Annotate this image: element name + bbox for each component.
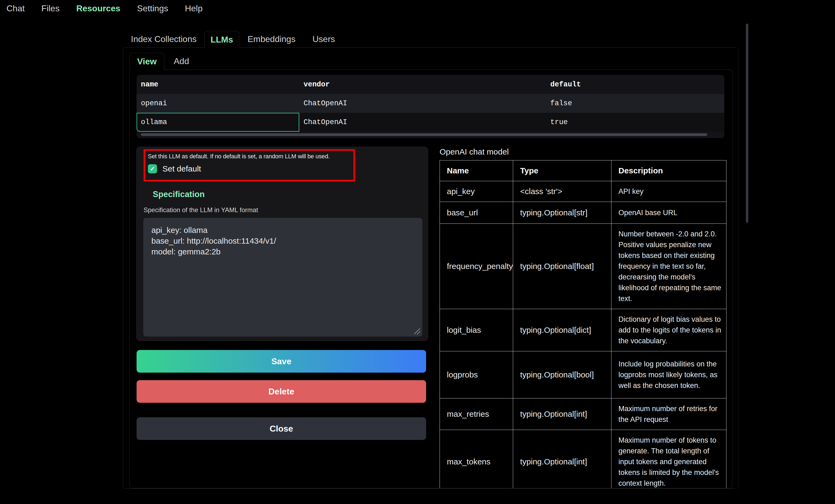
nav-item-settings[interactable]: Settings (137, 3, 168, 14)
model-schema-title: OpenAI chat model (440, 147, 509, 156)
specification-heading: Specification (153, 190, 205, 199)
schema-header-row: Name Type Description (440, 161, 727, 181)
schema-col-name: Name (440, 161, 513, 181)
cell-name[interactable]: openai (137, 99, 299, 107)
llm-col-default: default (546, 81, 724, 89)
param-name: frequency_penalty (440, 224, 513, 309)
param-type: <class 'str'> (513, 181, 611, 202)
table-row: api_key <class 'str'> API key (440, 181, 727, 202)
param-description: Maximum number of retries for the API re… (611, 398, 727, 430)
param-type: typing.Optional[int] (513, 430, 611, 489)
cell-vendor[interactable]: ChatOpenAI (299, 118, 546, 126)
textarea-resize-handle[interactable] (414, 329, 420, 334)
param-description: Number between -2.0 and 2.0. Positive va… (611, 224, 727, 309)
top-nav: Chat Files Resources Settings Help (0, 0, 835, 17)
set-default-checkbox[interactable]: ✓ (148, 164, 157, 173)
subtab-add[interactable]: Add (174, 53, 189, 70)
llm-col-vendor: vendor (299, 81, 546, 89)
nav-item-chat[interactable]: Chat (6, 3, 25, 14)
param-name: api_key (440, 181, 513, 202)
param-type: typing.Optional[dict] (513, 309, 611, 351)
table-row: base_url typing.Optional[str] OpenAI bas… (440, 202, 727, 224)
llm-col-name: name (137, 81, 299, 89)
cell-default[interactable]: true (546, 118, 724, 126)
param-description: OpenAI base URL (611, 202, 727, 224)
param-description: API key (611, 181, 727, 202)
llm-edit-panel: Set this LLM as default. If no default i… (136, 146, 428, 341)
set-default-checkbox-row[interactable]: ✓ Set default (148, 164, 351, 173)
param-type: typing.Optional[str] (513, 202, 611, 224)
set-default-label: Set default (162, 164, 201, 173)
subtab-view[interactable]: View (129, 53, 164, 70)
param-name: max_retries (440, 398, 513, 430)
subtab-view-label: View (137, 57, 157, 66)
param-name: logprobs (440, 351, 513, 398)
param-name: logit_bias (440, 309, 513, 351)
tab-users[interactable]: Users (312, 31, 335, 47)
tab-llms[interactable]: LLMs (204, 31, 239, 48)
close-button[interactable]: Close (137, 417, 426, 440)
table-row: frequency_penalty typing.Optional[float]… (440, 224, 727, 309)
param-name: base_url (440, 202, 513, 224)
param-type: typing.Optional[int] (513, 398, 611, 430)
table-row-openai[interactable]: openai ChatOpenAI false (137, 94, 724, 113)
tab-embeddings[interactable]: Embeddings (247, 31, 296, 47)
tab-llms-label: LLMs (211, 35, 233, 45)
cell-name-selected[interactable]: ollama (137, 118, 299, 126)
specification-sublabel: Specification of the LLM in YAML format (144, 206, 258, 214)
param-description: Include log probabilities on the logprob… (611, 351, 727, 398)
schema-col-type: Type (513, 161, 611, 181)
yaml-spec-textarea[interactable]: api_key: ollama base_url: http://localho… (143, 218, 422, 337)
model-schema-table: Name Type Description api_key <class 'st… (440, 160, 727, 488)
annotation-red-box: Set this LLM as default. If no default i… (144, 149, 355, 182)
resources-tabbar: Index Collections LLMs Embeddings Users (123, 31, 738, 47)
schema-col-description: Description (611, 161, 727, 181)
nav-item-files[interactable]: Files (41, 3, 60, 14)
set-default-help-text: Set this LLM as default. If no default i… (148, 153, 351, 160)
horizontal-scrollbar[interactable] (141, 133, 707, 136)
cell-default[interactable]: false (546, 99, 724, 107)
llm-table-header: name vendor default (137, 75, 724, 94)
delete-button[interactable]: Delete (137, 380, 426, 403)
table-row: max_retries typing.Optional[int] Maximum… (440, 398, 727, 430)
table-row: max_tokens typing.Optional[int] Maximum … (440, 430, 727, 489)
table-row-ollama[interactable]: ollama ChatOpenAI true (137, 113, 724, 132)
nav-item-resources[interactable]: Resources (76, 3, 120, 14)
llms-tab-panel: View Add name vendor default openai Chat… (123, 47, 738, 489)
llm-list-table: name vendor default openai ChatOpenAI fa… (137, 75, 724, 138)
vertical-scrollbar[interactable] (746, 24, 748, 223)
nav-item-help[interactable]: Help (185, 3, 203, 14)
save-button[interactable]: Save (137, 350, 426, 373)
param-description: Maximum number of tokens to generate. Th… (611, 430, 727, 489)
resources-page: Index Collections LLMs Embeddings Users … (123, 31, 738, 489)
table-row: logprobs typing.Optional[bool] Include l… (440, 351, 727, 398)
param-type: typing.Optional[float] (513, 224, 611, 309)
cell-vendor[interactable]: ChatOpenAI (299, 99, 546, 107)
checkmark-icon: ✓ (150, 165, 155, 173)
table-row: logit_bias typing.Optional[dict] Diction… (440, 309, 727, 351)
param-type: typing.Optional[bool] (513, 351, 611, 398)
param-name: max_tokens (440, 430, 513, 489)
view-tab-panel: name vendor default openai ChatOpenAI fa… (129, 69, 732, 488)
param-description: Dictionary of logit bias values to add t… (611, 309, 727, 351)
tab-index-collections[interactable]: Index Collections (131, 31, 197, 47)
